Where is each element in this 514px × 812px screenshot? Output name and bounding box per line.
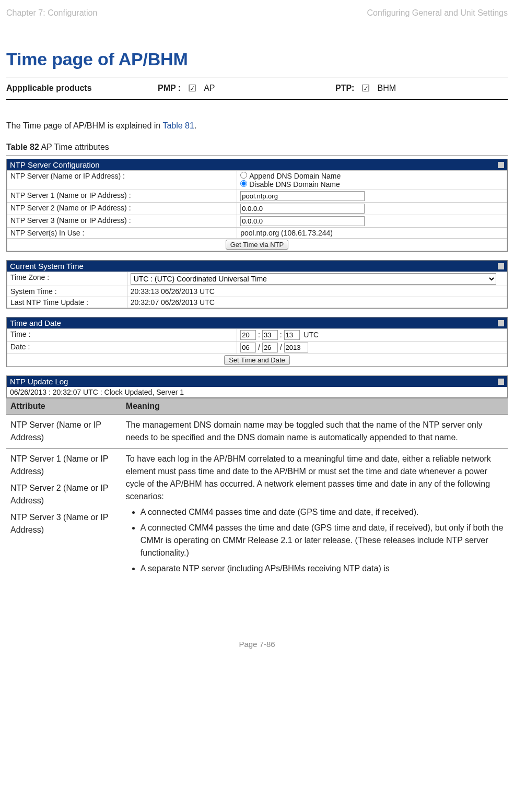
time-label: Time : xyxy=(7,329,237,342)
attribute-table: Attribute Meaning NTP Server (Name or IP… xyxy=(6,398,508,582)
date-year-input[interactable] xyxy=(284,343,308,352)
date-label: Date : xyxy=(7,342,237,354)
system-time-value: 20:33:13 06/26/2013 UTC xyxy=(127,286,507,297)
ntp-server3-input[interactable] xyxy=(240,216,365,226)
get-time-ntp-button[interactable]: Get Time via NTP xyxy=(226,240,289,250)
panel-title: NTP Server Configuration xyxy=(10,160,99,169)
attr-cell: NTP Server 1 (Name or IP Address) NTP Se… xyxy=(6,449,122,583)
disable-dns-radio[interactable] xyxy=(240,180,247,187)
intro-text: The Time page of AP/BHM is explained in xyxy=(6,121,162,130)
col-attribute: Attribute xyxy=(6,398,122,415)
attr-line: NTP Server 3 (Name or IP Address) xyxy=(10,511,118,536)
meaning-cell: To have each log in the AP/BHM correlate… xyxy=(122,449,508,583)
attr-line: NTP Server 1 (Name or IP Address) xyxy=(10,453,118,478)
meaning-intro: To have each log in the AP/BHM correlate… xyxy=(126,453,504,503)
table-caption-number: Table 82 xyxy=(6,143,39,151)
table-caption: Table 82 AP Time attributes xyxy=(6,143,508,152)
append-dns-radio[interactable] xyxy=(240,172,247,179)
ptp-label: PTP: xyxy=(335,84,354,93)
date-month-input[interactable] xyxy=(240,343,256,352)
collapse-icon[interactable] xyxy=(498,320,504,326)
collapse-icon[interactable] xyxy=(498,263,504,269)
pmp-label: PMP : xyxy=(158,84,181,93)
attr-line: NTP Server 2 (Name or IP Address) xyxy=(10,482,118,507)
meaning-cell: The management DNS domain name may be to… xyxy=(122,415,508,449)
page-number: Page 7-86 xyxy=(6,640,508,649)
collapse-icon[interactable] xyxy=(498,379,504,385)
applicable-label: Appplicable products xyxy=(6,84,158,93)
ntp-server3-label: NTP Server 3 (Name or IP Address) : xyxy=(7,215,237,228)
attr-cell: NTP Server (Name or IP Address) xyxy=(6,415,122,449)
ntp-server2-input[interactable] xyxy=(240,204,365,214)
panel-title: Current System Time xyxy=(10,262,84,270)
collapse-icon[interactable] xyxy=(498,162,504,168)
checkbox-icon: ☑ xyxy=(188,83,196,94)
date-day-input[interactable] xyxy=(262,343,278,352)
checkbox-icon: ☑ xyxy=(361,83,370,94)
page-title: Time page of AP/BHM xyxy=(6,49,508,69)
ntp-server-config-box: NTP Server Configuration NTP Server (Nam… xyxy=(6,159,508,252)
list-item: A connected CMM4 passes the time and dat… xyxy=(141,522,504,559)
table-row: NTP Server (Name or IP Address) The mana… xyxy=(6,415,508,449)
ntp-inuse-label: NTP Server(s) In Use : xyxy=(7,228,237,239)
time-sep: : xyxy=(258,331,260,339)
ntp-update-log-box: NTP Update Log 06/26/2013 : 20:32:07 UTC… xyxy=(6,375,508,398)
list-item: A connected CMM4 passes time and date (G… xyxy=(141,506,504,519)
section-label: Configuring General and Unit Settings xyxy=(367,8,508,18)
time-and-date-box: Time and Date Time : : : UTC Date : xyxy=(6,317,508,367)
panel-title: NTP Update Log xyxy=(10,377,68,386)
system-time-label: System Time : xyxy=(7,286,127,297)
disable-dns-label: Disable DNS Domain Name xyxy=(249,180,340,189)
table-link[interactable]: Table 81 xyxy=(162,121,194,130)
ntp-log-entry: 06/26/2013 : 20:32:07 UTC : Clock Update… xyxy=(7,387,507,397)
chapter-label: Chapter 7: Configuration xyxy=(6,8,97,18)
ntp-server1-label: NTP Server 1 (Name or IP Address) : xyxy=(7,190,237,203)
list-item: A separate NTP server (including APs/BHM… xyxy=(141,562,504,575)
meaning-list: A connected CMM4 passes time and date (G… xyxy=(126,506,504,575)
time-tz: UTC xyxy=(303,331,319,339)
time-min-input[interactable] xyxy=(262,330,278,340)
ntp-server1-input[interactable] xyxy=(240,191,365,201)
time-hour-input[interactable] xyxy=(240,330,256,340)
date-sep: / xyxy=(258,343,260,351)
timezone-select[interactable]: UTC : (UTC) Coordinated Universal Time xyxy=(131,273,496,285)
table-row: NTP Server 1 (Name or IP Address) NTP Se… xyxy=(6,449,508,583)
applicable-products-row: Appplicable products PMP : ☑ AP PTP: ☑ B… xyxy=(6,77,508,100)
current-system-time-box: Current System Time Time Zone : UTC : (U… xyxy=(6,260,508,309)
table-header-row: Attribute Meaning xyxy=(6,398,508,415)
append-dns-label: Append DNS Domain Name xyxy=(249,172,341,180)
ntp-server2-label: NTP Server 2 (Name or IP Address) : xyxy=(7,203,237,215)
pmp-product: AP xyxy=(204,84,215,93)
intro-paragraph: The Time page of AP/BHM is explained in … xyxy=(6,120,508,132)
timezone-label: Time Zone : xyxy=(7,272,127,286)
last-ntp-update-label: Last NTP Time Update : xyxy=(7,297,127,308)
ptp-product: BHM xyxy=(377,84,396,93)
time-sec-input[interactable] xyxy=(284,330,300,340)
table-caption-rest: AP Time attributes xyxy=(39,143,109,151)
time-sep: : xyxy=(280,331,282,339)
panel-title: Time and Date xyxy=(10,319,61,327)
intro-post: . xyxy=(194,121,196,130)
ntp-inuse-value: pool.ntp.org (108.61.73.244) xyxy=(237,228,507,239)
date-sep: / xyxy=(280,343,282,351)
col-meaning: Meaning xyxy=(122,398,508,415)
ntp-server-label: NTP Server (Name or IP Address) : xyxy=(7,171,237,190)
set-time-date-button[interactable]: Set Time and Date xyxy=(224,355,290,365)
last-ntp-update-value: 20:32:07 06/26/2013 UTC xyxy=(127,297,507,308)
